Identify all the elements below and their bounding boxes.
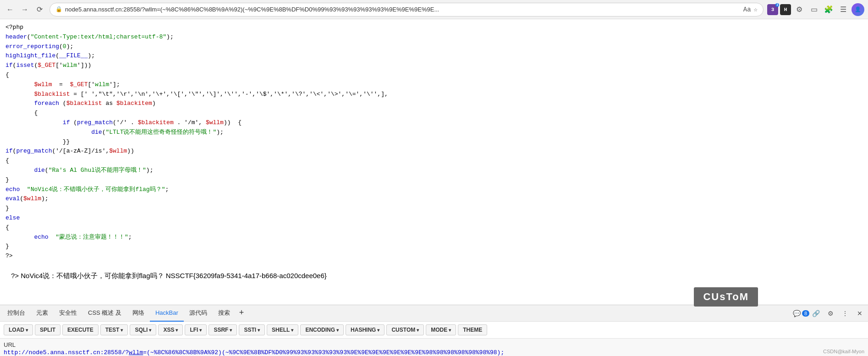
code-line: header("Content-Type:text/html;charset=u… [5,33,863,42]
tab-search[interactable]: 搜索 [213,305,236,322]
output-text: ?> NoVic4说：不错哦小伙子，可你能拿到flag吗？ NSSCTF{362… [11,272,327,279]
notification-badge: 8 [802,310,809,317]
encoding-arrow: ▾ [336,328,339,333]
code-line: } [5,242,863,252]
bookmark-icon: ☆ [754,5,758,13]
devtools-icons: 💬 8 🔗 ⚙ ⋮ ✕ [795,307,866,320]
hackbar-ssti-btn[interactable]: SSTI ▾ [239,324,265,335]
security-icon: 🔒 [55,6,62,13]
hackbar-toolbar: LOAD ▾ SPLIT EXECUTE TEST ▾ SQLI ▾ XSS ▾ [0,322,868,339]
settings-icon[interactable]: ⚙ [793,3,806,16]
code-line: } [5,175,863,185]
output-area: ?> NoVic4说：不错哦小伙子，可你能拿到flag吗？ NSSCTF{362… [5,267,863,285]
url-label: URL [4,341,864,348]
code-line: { [5,109,863,118]
hashing-arrow: ▾ [377,328,379,333]
devtools-more-btn[interactable]: ⋮ [839,307,852,320]
hackbar-theme-btn[interactable]: THEME [458,324,487,335]
devtools-tabs: 控制台 元素 安全性 CSS 概述 及 网络 HackBar 源代码 搜索 + … [0,305,868,322]
sqli-arrow: ▾ [149,328,151,333]
address-bar[interactable]: 🔒 node5.anna.nssctf.cn:28558/?wllm=(~%8C… [49,3,764,16]
custom-badge: CUsToM [694,287,758,307]
hackbar-lfi-btn[interactable]: LFI ▾ [185,324,207,335]
code-line: die("Ra's Al Ghul说不能用字母哦！"); [5,166,863,175]
code-line: if(isset($_GET['wllm'])) [5,61,863,71]
code-line: die("LTLT说不能用这些奇奇怪怪的符号哦！"); [5,128,863,137]
url-equals: =(~%8C%86%8C%8B%9A%92)(~%9C%9E%8B%DF%D0%… [143,349,504,356]
hackbar-test-btn[interactable]: TEST ▾ [100,324,128,335]
browser-chrome: ← → ⟳ 🔒 node5.anna.nssctf.cn:28558/?wllm… [0,0,868,19]
url-section: URL http://node5.anna.nssctf.cn:28558/?w… [0,339,868,356]
code-area: <?php header("Content-Type:text/html;cha… [0,19,868,305]
hackbar-hashing-btn[interactable]: HASHING ▾ [346,324,385,335]
hackbar-sqli-btn[interactable]: SQLI ▾ [130,324,156,335]
code-line: $blacklist = [' ',"\t",'\r','\n','\+','\… [5,90,863,99]
code-line: foreach ($blacklist as $blackitem) [5,99,863,109]
code-line: { [5,156,863,166]
load-arrow: ▾ [26,328,28,333]
code-line: }} [5,137,863,147]
tab-network[interactable]: 网络 [127,305,150,322]
hackbar-execute-btn[interactable]: EXECUTE [62,324,99,335]
tab-security[interactable]: 安全性 [54,305,82,322]
hackbar-ssrf-btn[interactable]: SSRF ▾ [209,324,237,335]
devtools-settings-btn[interactable]: ⚙ [824,307,837,320]
favorites-icon[interactable]: ☰ [837,3,850,16]
sidebar-icon[interactable]: ▭ [808,3,820,16]
hackbar-mode-btn[interactable]: MODE ▾ [426,324,456,335]
code-line: eval($wllm); [5,194,863,204]
mode-arrow: ▾ [449,328,451,333]
code-line: { [5,223,863,233]
tab-console[interactable]: 控制台 [2,305,31,322]
tab-hackbar[interactable]: HackBar [150,305,184,322]
code-line: { [5,71,863,80]
reload-button[interactable]: ⟳ [33,3,46,16]
extensions-area: 3 3 H ⚙ ▭ 🧩 ☰ 👤 [767,3,864,16]
url-value[interactable]: http://node5.anna.nssctf.cn:28558/?wllm=… [4,349,864,356]
code-line: if (preg_match('/' . $blackitem . '/m', … [5,118,863,128]
ssrf-arrow: ▾ [230,328,232,333]
devtools-link-btn[interactable]: 🔗 [809,307,822,320]
tab-sources[interactable]: 源代码 [184,305,213,322]
devtools-panel: 控制台 元素 安全性 CSS 概述 及 网络 HackBar 源代码 搜索 + … [0,305,868,356]
reader-icon: Aa [743,6,751,13]
custom-arrow: ▾ [417,328,419,333]
code-line: echo "NoVic4说：不错哦小伙子，可你能拿到flag吗？"; [5,185,863,195]
shell-arrow: ▾ [291,328,293,333]
hackbar-load-btn[interactable]: LOAD ▾ [4,324,33,335]
url-text-static: http://node5.anna.nssctf.cn:28558/? [4,349,129,356]
devtools-close-btn[interactable]: ✕ [853,307,866,320]
code-line: <?php [5,23,863,33]
code-line: if(preg_match('/[a-zA-Z]/is',$wllm)) [5,147,863,156]
profile-avatar[interactable]: 👤 [852,3,864,16]
ssti-arrow: ▾ [258,328,260,333]
tab-elements[interactable]: 元素 [31,305,54,322]
forward-button[interactable]: → [18,3,31,16]
bottom-credit: CSDN@kaif-Myon [823,349,864,354]
code-line: highlight_file(__FILE__); [5,51,863,61]
xss-arrow: ▾ [176,328,178,333]
lfi-arrow: ▾ [199,328,202,333]
hackbar-xss-btn[interactable]: XSS ▾ [158,324,183,335]
nav-buttons: ← → ⟳ [4,3,46,16]
back-button[interactable]: ← [4,3,16,16]
hackbar-shell-btn[interactable]: SHELL ▾ [267,324,298,335]
code-line: else [5,214,863,223]
hackbar-custom-btn[interactable]: CUSTOM ▾ [386,324,424,335]
extensions-icon[interactable]: 🧩 [822,3,835,16]
devtools-feedback-btn[interactable]: 💬 8 [795,307,808,320]
address-text: node5.anna.nssctf.cn:28558/?wllm=(~%8C%8… [65,6,741,13]
code-line: error_reporting(0); [5,42,863,52]
test-arrow: ▾ [121,328,123,333]
code-line: ?> [5,252,863,261]
tab-css[interactable]: CSS 概述 及 [82,305,127,322]
ext-dark-icon[interactable]: H [780,4,791,15]
hackbar-encoding-btn[interactable]: ENCODING ▾ [300,324,344,335]
code-line: echo "蒙总说：注意审题！！！"; [5,233,863,242]
feedback-icon: 💬 [793,310,801,317]
tab-add[interactable]: + [236,305,248,322]
url-param: wllm [129,349,143,356]
code-line: } [5,204,863,214]
hackbar-split-btn[interactable]: SPLIT [35,324,60,335]
ext-purple-icon[interactable]: 3 3 [767,4,778,15]
